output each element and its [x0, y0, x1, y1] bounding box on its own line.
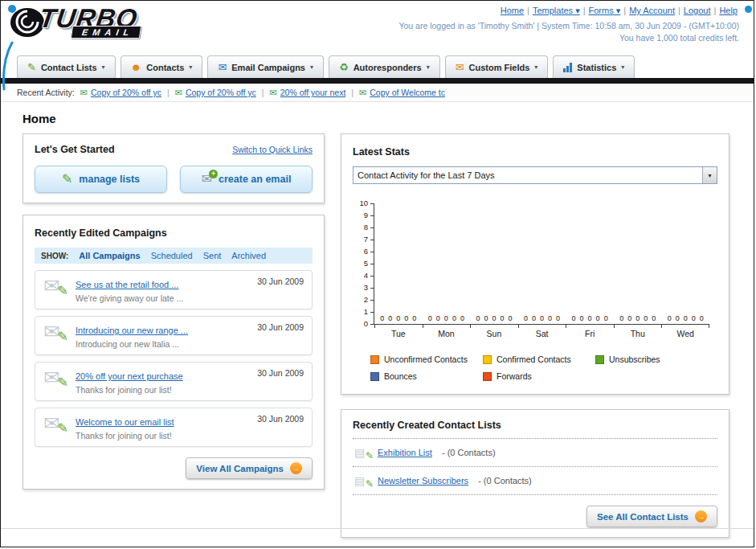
page-title: Home [22, 112, 754, 125]
data-label: 0 [668, 314, 672, 322]
filter-scheduled[interactable]: Scheduled [151, 251, 193, 260]
campaign-list: ✉✎See us at the retail food ...We're giv… [35, 270, 313, 447]
campaign-row: ✉✎20% off your next purchaseThanks for j… [35, 362, 313, 401]
stats-activity-select[interactable]: Contact Activity for the Last 7 Days ▼ [353, 166, 717, 184]
x-tick-label: Sun [470, 329, 518, 338]
tab-autoresponders[interactable]: ♻Autoresponders▾ [329, 55, 440, 78]
nav-link-help[interactable]: Help [719, 6, 738, 15]
data-label: 0 [508, 314, 512, 322]
y-tick-label: 2 [364, 296, 368, 304]
y-tick-label: 7 [364, 236, 368, 244]
create-email-button[interactable]: ✉+ create an email [180, 166, 313, 193]
tab-label: Autoresponders [353, 63, 422, 72]
data-label: 0 [484, 314, 488, 322]
campaign-subtitle: Introducing our new Italia ... [76, 339, 249, 349]
left-swoosh-decoration [1, 41, 15, 91]
campaign-title-link[interactable]: 20% off your next purchase [76, 371, 183, 381]
data-label: 0 [572, 314, 576, 322]
tab-label: Statistics [577, 63, 616, 72]
data-label: 0 [700, 314, 704, 322]
recent-activity-link[interactable]: 20% off your next [280, 88, 346, 97]
session-info: You are logged in as 'Timothy Smith' | S… [398, 21, 739, 31]
nav-divider-bar [1, 78, 754, 84]
get-started-panel: Let's Get Started Switch to Quick Links … [22, 133, 325, 203]
nav-link-my-account[interactable]: My Account [629, 6, 675, 15]
campaigns-panel-title: Recently Edited Campaigns [35, 227, 167, 239]
manage-lists-button[interactable]: ✎ manage lists [35, 166, 167, 193]
arrow-right-icon: → [695, 510, 707, 522]
campaign-subtitle: Thanks for joining our list! [76, 385, 249, 395]
data-label: 0 [596, 314, 600, 322]
recent-activity-link[interactable]: Copy of 20% off yc [91, 88, 161, 97]
legend-swatch [370, 355, 379, 364]
tab-contacts[interactable]: ☻Contacts▾ [121, 55, 203, 78]
x-tick-label: Tue [374, 329, 423, 338]
tab-custom-fields[interactable]: ✉Custom Fields▾ [445, 55, 549, 78]
tab-statistics[interactable]: Statistics▾ [553, 55, 635, 78]
campaign-title-link[interactable]: See us at the retail food ... [76, 280, 178, 289]
campaign-row: ✉✎See us at the retail food ...We're giv… [35, 270, 313, 309]
contact-list-link[interactable]: Exhibition List [378, 448, 432, 457]
contact-list-link[interactable]: Newsletter Subscribers [378, 476, 468, 485]
campaign-date: 30 Jun 2009 [257, 322, 304, 332]
filter-all-campaigns[interactable]: All Campaigns [79, 251, 140, 260]
campaign-date: 30 Jun 2009 [257, 368, 304, 378]
data-label: 0 [652, 314, 656, 322]
filter-sent[interactable]: Sent [203, 251, 222, 260]
logo-text: TURBO EMAIL [39, 5, 137, 40]
switch-to-quick-links-link[interactable]: Switch to Quick Links [232, 145, 313, 154]
envelope-plus-icon: ✉+ [202, 173, 212, 186]
mail-icon: ✉ [175, 88, 182, 98]
bar-chart-icon [563, 63, 572, 72]
tab-contact-lists[interactable]: ✎Contact Lists▾ [17, 55, 116, 78]
legend-item-confirmed-contacts: Confirmed Contacts [483, 354, 595, 364]
data-label: 0 [396, 314, 400, 322]
see-all-contact-lists-button[interactable]: See All Contact Lists → [586, 506, 717, 527]
data-label-group: 00000 [661, 314, 709, 322]
view-all-campaigns-button[interactable]: View All Campaigns → [186, 457, 313, 479]
nav-link-templates[interactable]: Templates ▾ [533, 6, 580, 15]
recent-activity-item: ✉Copy of 20% off yc [175, 88, 256, 98]
data-label: 0 [388, 314, 392, 322]
data-label: 0 [404, 314, 408, 322]
stats-activity-select-value: Contact Activity for the Last 7 Days [353, 170, 702, 180]
campaign-title-link[interactable]: Welcome to our email list [76, 417, 174, 427]
nav-link-forms[interactable]: Forms ▾ [589, 6, 621, 15]
x-tick-label: Fri [566, 329, 614, 338]
see-all-contact-lists-label: See All Contact Lists [597, 512, 689, 522]
y-tick-label: 0 [364, 320, 368, 328]
nav-link-logout[interactable]: Logout [684, 6, 711, 15]
recent-activity-link[interactable]: Copy of Welcome tc [370, 88, 445, 97]
tab-label: Contacts [146, 63, 184, 72]
app-logo: TURBO EMAIL [7, 3, 137, 40]
recent-activity-bar: Recent Activity: ✉Copy of 20% off yc|✉Co… [1, 84, 754, 102]
y-tick-label: 4 [364, 272, 368, 280]
arrow-right-icon: → [290, 462, 302, 474]
chevron-down-icon: ▼ [702, 167, 717, 183]
contact-list-items: ▤✎Exhibition List - (0 Contacts)▤✎Newsle… [353, 439, 717, 495]
y-tick-label: 8 [364, 223, 368, 231]
data-label: 0 [580, 314, 584, 322]
campaign-title-link[interactable]: Introducing our new range ... [76, 326, 188, 335]
envelope-pencil-icon: ✉✎ [43, 322, 67, 342]
campaigns-filter-bar: SHOW: All CampaignsScheduledSentArchived [35, 248, 313, 264]
chevron-down-icon: ▾ [427, 64, 430, 71]
x-tick-label: Thu [614, 329, 662, 338]
mail-icon: ✉ [270, 88, 277, 98]
data-label: 0 [412, 314, 416, 322]
data-label-group: 00000 [614, 314, 662, 322]
chevron-down-icon: ▾ [102, 64, 105, 71]
campaign-row: ✉✎Welcome to our email listThanks for jo… [35, 408, 313, 447]
custom-field-icon: ✉ [456, 62, 464, 72]
contacts-icon: ☻ [131, 62, 142, 72]
tab-email-campaigns[interactable]: ✉Email Campaigns▾ [207, 55, 324, 78]
right-column: Latest Stats Contact Activity for the La… [341, 133, 729, 538]
filter-archived[interactable]: Archived [231, 251, 266, 260]
chevron-down-icon: ▾ [310, 64, 313, 71]
pencil-icon: ✎ [62, 173, 72, 186]
recent-activity-link[interactable]: Copy of 20% off yc [186, 88, 256, 97]
nav-link-home[interactable]: Home [501, 6, 524, 15]
campaign-row: ✉✎Introducing our new range ...Introduci… [35, 316, 313, 355]
logo-subtitle: EMAIL [71, 26, 141, 39]
main-nav-tabs: ✎Contact Lists▾☻Contacts▾✉Email Campaign… [1, 54, 754, 78]
